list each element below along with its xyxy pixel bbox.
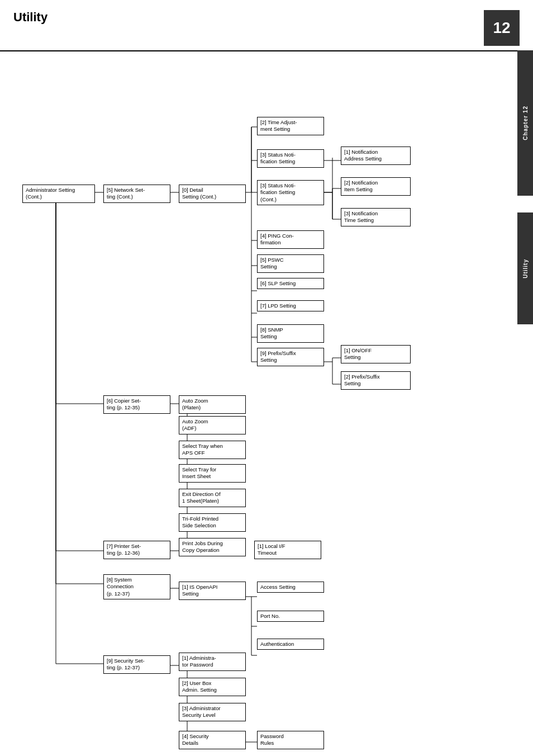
admin-setting-box: Administrator Setting (Cont.) — [22, 185, 95, 203]
password-rules-box: PasswordRules — [257, 731, 324, 749]
status-notif-node: [3] Status Noti-fication Setting — [257, 149, 324, 168]
time-adjust-box: [2] Time Adjust-ment Setting — [257, 117, 324, 135]
admin-password-box: [1] Administra-tor Password — [179, 653, 246, 671]
onoff-setting-node: [1] ON/OFFSetting — [341, 345, 411, 363]
pswc-setting-node: [5] PSWCSetting — [257, 254, 324, 273]
security-setting-node: [9] Security Set-ting (p. 12-37) — [103, 655, 170, 674]
user-box-admin-box: [2] User BoxAdmin. Setting — [179, 678, 246, 696]
select-tray-insert-node: Select Tray forInsert Sheet — [179, 464, 246, 483]
port-no-box: Port No. — [257, 611, 324, 622]
security-details-box: [4] SecurityDetails — [179, 731, 246, 749]
select-tray-aps-box: Select Tray whenAPS OFF — [179, 441, 246, 459]
time-adjust-node: [2] Time Adjust-ment Setting — [257, 117, 324, 135]
notif-item-node: [2] NotificationItem Setting — [341, 177, 411, 196]
access-setting-node: Access Setting — [257, 582, 324, 593]
notif-item-box: [2] NotificationItem Setting — [341, 177, 411, 196]
tree-container: Administrator Setting (Cont.) [5] Networ… — [17, 63, 503, 756]
status-notif-cont-node: [3] Status Noti-fication Setting(Cont.) — [257, 180, 324, 205]
local-if-timeout-box: [1] Local I/FTimeout — [254, 541, 321, 559]
network-setting-box: [5] Network Set-ting (Cont.) — [103, 185, 170, 203]
diagram-area: Administrator Setting (Cont.) [5] Networ… — [0, 51, 533, 756]
port-no-node: Port No. — [257, 611, 324, 622]
detail-setting-node: [0] DetailSetting (Cont.) — [179, 185, 246, 203]
page-title: Utility — [13, 10, 47, 25]
system-connection-node: [8] SystemConnection(p. 12-37) — [103, 574, 170, 599]
access-setting-box: Access Setting — [257, 582, 324, 593]
is-openapi-box: [1] IS OpenAPISetting — [179, 582, 246, 600]
ping-confirm-box: [4] PING Con-firmation — [257, 230, 324, 249]
trifold-box: Tri-Fold PrintedSide Selection — [179, 513, 246, 532]
snmp-setting-box: [8] SNMPSetting — [257, 324, 324, 343]
security-setting-box: [9] Security Set-ting (p. 12-37) — [103, 655, 170, 674]
printer-setting-node: [7] Printer Set-ting (p. 12-36) — [103, 541, 170, 559]
select-tray-insert-box: Select Tray forInsert Sheet — [179, 464, 246, 483]
security-details-node: [4] SecurityDetails — [179, 731, 246, 749]
snmp-setting-node: [8] SNMPSetting — [257, 324, 324, 343]
page-header: Utility 12 — [0, 0, 533, 51]
slp-setting-box: [6] SLP Setting — [257, 278, 324, 289]
admin-setting-node: Administrator Setting (Cont.) — [22, 185, 95, 203]
password-rules-node: PasswordRules — [257, 731, 324, 749]
slp-setting-node: [6] SLP Setting — [257, 278, 324, 289]
auto-zoom-adf-box: Auto Zoom(ADF) — [179, 416, 246, 434]
authentication-box: Authentication — [257, 639, 324, 650]
select-tray-aps-node: Select Tray whenAPS OFF — [179, 441, 246, 459]
printer-setting-box: [7] Printer Set-ting (p. 12-36) — [103, 541, 170, 559]
status-notif-cont-box: [3] Status Noti-fication Setting(Cont.) — [257, 180, 324, 205]
is-openapi-node: [1] IS OpenAPISetting — [179, 582, 246, 600]
prefix-suffix-setting-box: [2] Prefix/SuffixSetting — [341, 371, 411, 390]
local-if-timeout-node: [1] Local I/FTimeout — [179, 541, 246, 559]
lpd-setting-box: [7] LPD Setting — [257, 300, 324, 311]
ping-confirm-node: [4] PING Con-firmation — [257, 230, 324, 249]
pswc-setting-box: [5] PSWCSetting — [257, 254, 324, 273]
notif-time-box: [3] NotificationTime Setting — [341, 208, 411, 226]
exit-direction-node: Exit Direction Of1 Sheet(Platen) — [179, 489, 246, 507]
prefix-suffix-setting-node: [2] Prefix/SuffixSetting — [341, 371, 411, 390]
prefix-suffix-box: [9] Prefix/SuffixSetting — [257, 348, 324, 366]
network-setting-node: [5] Network Set-ting (Cont.) — [103, 185, 170, 203]
notif-time-node: [3] NotificationTime Setting — [341, 208, 411, 226]
copier-setting-box: [6] Copier Set-ting (p. 12-35) — [103, 395, 170, 414]
auto-zoom-platen-box: Auto Zoom(Platen) — [179, 395, 246, 414]
chapter-number-box: 12 — [484, 10, 520, 46]
prefix-suffix-node: [9] Prefix/SuffixSetting — [257, 348, 324, 366]
auto-zoom-adf-node: Auto Zoom(ADF) — [179, 416, 246, 434]
status-notif-box: [3] Status Noti-fication Setting — [257, 149, 324, 168]
lpd-setting-node: [7] LPD Setting — [257, 300, 324, 311]
trifold-node: Tri-Fold PrintedSide Selection — [179, 513, 246, 532]
admin-security-level-box: [3] AdministratorSecurity Level — [179, 703, 246, 721]
admin-security-level-node: [3] AdministratorSecurity Level — [179, 703, 246, 721]
notif-address-node: [1] NotificationAddress Setting — [341, 147, 411, 165]
admin-password-node: [1] Administra-tor Password — [179, 653, 246, 671]
copier-setting-node: [6] Copier Set-ting (p. 12-35) — [103, 395, 170, 414]
detail-setting-box: [0] DetailSetting (Cont.) — [179, 185, 246, 203]
exit-direction-box: Exit Direction Of1 Sheet(Platen) — [179, 489, 246, 507]
user-box-admin-node: [2] User BoxAdmin. Setting — [179, 678, 246, 696]
auto-zoom-platen-node: Auto Zoom(Platen) — [179, 395, 246, 414]
authentication-node: Authentication — [257, 639, 324, 650]
system-connection-box: [8] SystemConnection(p. 12-37) — [103, 574, 170, 599]
notif-address-box: [1] NotificationAddress Setting — [341, 147, 411, 165]
onoff-setting-box: [1] ON/OFFSetting — [341, 345, 411, 363]
